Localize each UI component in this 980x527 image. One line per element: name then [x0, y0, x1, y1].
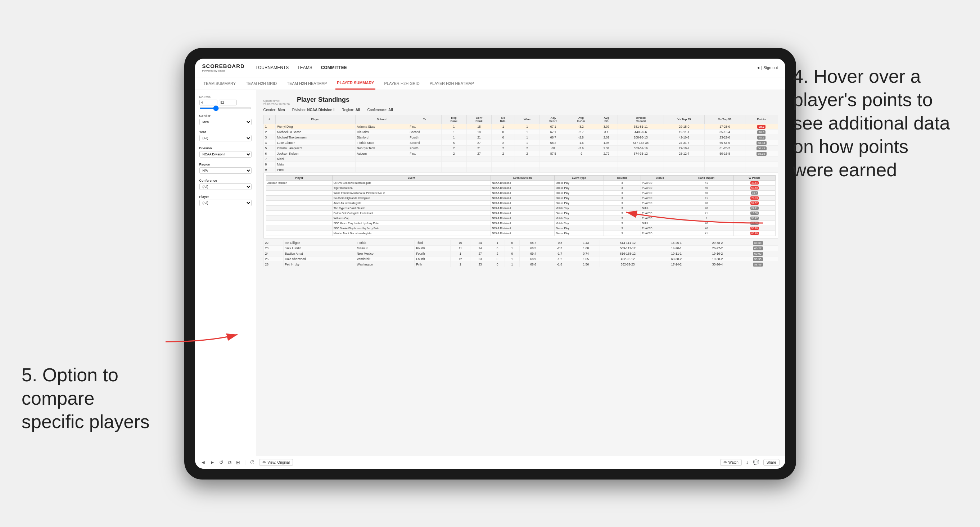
player-select[interactable]: (All) — [199, 200, 251, 206]
separator-1: | — [244, 460, 245, 465]
col-conf-rank: ConfRank — [466, 115, 492, 124]
col-yr: Yr — [408, 115, 442, 124]
logo-subtitle: Powered by clippi — [202, 69, 245, 72]
conference-label: Conference — [199, 179, 251, 183]
popup-row: Jackson Robson UNCW Seahawk Intercollegi… — [266, 180, 775, 185]
conference-select[interactable]: (All) — [199, 183, 251, 190]
comment-icon[interactable]: 💬 — [753, 459, 759, 465]
popup-row: SEC Stroke Play hosted by Jerry Pate NCA… — [266, 225, 775, 230]
refresh-icon[interactable]: ↺ — [219, 459, 223, 465]
popup-table: Player Event Event Division Event Type R… — [266, 175, 776, 236]
sidebar-division: Division NCAA Division I — [199, 146, 251, 157]
eye-icon: 👁 — [723, 460, 727, 464]
sign-out[interactable]: ◄ | Sign out — [756, 65, 778, 70]
table-row: 7 Nichi — [263, 156, 778, 162]
nav-tournaments[interactable]: TOURNAMENTS — [256, 63, 289, 71]
nav-items: TOURNAMENTS TEAMS COMMITTEE — [256, 63, 756, 71]
sidebar-no-rds: No Rds. — [199, 95, 251, 109]
table-row: 25 Cole Sherwood Vanderbilt Fourth 12 23… — [263, 256, 778, 262]
no-rds-from-input[interactable] — [199, 100, 217, 105]
content-area: Update time: 27/01/2024 16:56:26 Player … — [256, 90, 785, 456]
popup-col-event: Event — [332, 175, 490, 180]
sidebar-conference: Conference (All) — [199, 179, 251, 190]
col-school: School — [355, 115, 408, 124]
tablet-screen: SCOREBOARD Powered by clippi TOURNAMENTS… — [195, 59, 785, 469]
table-row: 3 Michael Thorbjornsen Stanford Fourth 1… — [263, 135, 778, 140]
col-overall: OverallRecord — [617, 115, 663, 124]
col-avg-par: Avgto-Par — [567, 115, 595, 124]
region-label: Region — [199, 163, 251, 166]
no-rds-slider[interactable] — [199, 108, 251, 109]
watch-btn[interactable]: 👁 Watch — [720, 459, 742, 466]
conference-filter-label: Conference: — [367, 108, 387, 112]
popup-row: SEC Match Play hosted by Jerry Pate NCAA… — [266, 221, 775, 225]
lower-standings-table: 22 Ian Gilligan Florida Third 10 24 1 0 … — [263, 240, 778, 267]
sidebar-gender: Gender Men Women — [199, 114, 251, 125]
col-no-rds: NoRds. — [492, 115, 515, 124]
division-filter-label: Division: — [292, 108, 306, 112]
standings-table: # Player School Yr RegRank ConfRank NoRd… — [263, 115, 778, 173]
col-adj-score: Adj.Score — [539, 115, 567, 124]
gender-filter-label: Gender: — [263, 108, 277, 112]
col-vs-top25: Vs Top 25 — [663, 115, 704, 124]
sub-nav-team-h2h-grid[interactable]: TEAM H2H GRID — [244, 77, 278, 90]
division-select[interactable]: NCAA Division I — [199, 151, 251, 157]
view-label: View: Original — [267, 460, 290, 464]
filter-row: Gender: Men Division: NCAA Division I Re… — [263, 108, 778, 112]
nav-committee[interactable]: COMMITTEE — [321, 63, 347, 71]
sidebar-year: Year (All) — [199, 130, 251, 141]
annotation-top-right: 4. Hover over a player's points to see a… — [793, 65, 951, 182]
download-icon[interactable]: ↓ — [746, 459, 749, 465]
conference-filter-value: All — [388, 108, 393, 112]
table-row: 9 Prest — [263, 167, 778, 172]
popup-col-event-type: Event Type — [554, 175, 603, 180]
sub-nav-team-summary[interactable]: TEAM SUMMARY — [202, 77, 237, 90]
annotation-bottom-left: 5. Option to compare specific players — [22, 364, 151, 433]
year-select[interactable]: (All) — [199, 135, 251, 141]
sidebar: No Rds. Gender Men Women — [195, 90, 256, 456]
no-rds-label: No Rds. — [199, 95, 251, 99]
year-label: Year — [199, 130, 251, 134]
forward-icon[interactable]: ► — [210, 459, 215, 465]
share-label: Share — [767, 460, 776, 464]
no-rds-to-input[interactable] — [219, 100, 237, 105]
gender-filter-value: Men — [278, 108, 285, 112]
division-label: Division — [199, 146, 251, 150]
share-btn[interactable]: Share — [763, 459, 780, 466]
col-num: # — [263, 115, 276, 124]
top-nav: SCOREBOARD Powered by clippi TOURNAMENTS… — [195, 59, 785, 77]
standings-title: Player Standings — [297, 96, 350, 103]
popup-row: Mirabel Maui Jim Intercollegiate NCAA Di… — [266, 230, 775, 236]
division-filter-value: NCAA Division I — [307, 108, 334, 112]
back-icon[interactable]: ◄ — [201, 459, 206, 465]
sub-nav-player-summary[interactable]: PLAYER SUMMARY — [336, 77, 375, 90]
col-reg-rank: RegRank — [441, 115, 466, 124]
table-row: 22 Ian Gilligan Florida Third 10 24 1 0 … — [263, 240, 778, 245]
sub-nav-player-h2h-grid[interactable]: PLAYER H2H GRID — [383, 77, 421, 90]
tablet-frame: SCOREBOARD Powered by clippi TOURNAMENTS… — [184, 48, 796, 479]
gender-label: Gender — [199, 114, 251, 117]
view-original-btn[interactable]: 👁 View: Original — [259, 459, 293, 466]
table-row: 4 Luke Clanton Florida State Second 5 27… — [263, 140, 778, 145]
paste-icon[interactable]: ⊞ — [236, 459, 240, 465]
sub-nav-player-h2h-heatmap[interactable]: PLAYER H2H HEATMAP — [428, 77, 476, 90]
table-row: 2 Michael La Sasso Ole Miss Second 1 18 … — [263, 129, 778, 135]
popup-row: Fallen Oak Collegiate Invitational NCAA … — [266, 210, 775, 216]
popup-col-rounds: Rounds — [603, 175, 641, 180]
popup-row: Southern Highlands Collegiate NCAA Divis… — [266, 195, 775, 200]
popup-col-status: Status — [641, 175, 679, 180]
sub-nav-team-h2h-heatmap[interactable]: TEAM H2H HEATMAP — [285, 77, 328, 90]
popup-col-event-division: Event Division — [490, 175, 554, 180]
logo-area: SCOREBOARD Powered by clippi — [202, 63, 245, 72]
clock-icon[interactable]: ⏱ — [250, 459, 255, 465]
region-select[interactable]: N/A — [199, 167, 251, 174]
logo-title: SCOREBOARD — [202, 63, 245, 69]
gender-select[interactable]: Men Women — [199, 119, 251, 125]
nav-teams[interactable]: TEAMS — [297, 63, 312, 71]
table-row: 24 Bastien Amat New Mexico Fourth 1 27 2… — [263, 251, 778, 256]
region-filter-label: Region: — [342, 108, 354, 112]
main-content: No Rds. Gender Men Women — [195, 90, 785, 456]
col-avg-sg: AvgSG — [595, 115, 617, 124]
copy-icon[interactable]: ⧉ — [228, 459, 231, 465]
update-time-label: Update time: — [263, 99, 290, 103]
